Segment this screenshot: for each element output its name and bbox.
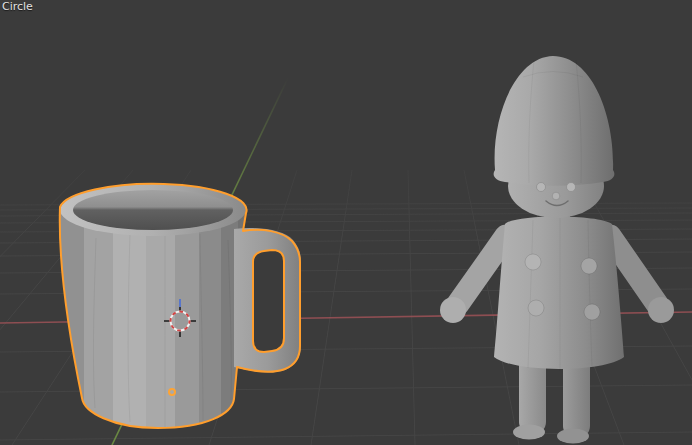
figurine-torso[interactable] <box>494 217 624 370</box>
figurine-left-foot <box>513 425 545 440</box>
figurine-left-eye <box>537 183 546 192</box>
mug-handle-hole <box>253 250 284 352</box>
figurine-nose <box>552 192 560 200</box>
viewport-overlay-label: Circle <box>2 1 33 13</box>
figurine-right-eye <box>567 183 576 192</box>
figurine-left-hand <box>440 297 466 323</box>
figurine-button-3 <box>528 300 544 316</box>
figurine-right-foot <box>557 429 589 444</box>
figurine-button-4 <box>584 304 600 320</box>
mug-opening <box>73 190 233 230</box>
figurine-button-2 <box>581 258 597 274</box>
viewport-scene[interactable] <box>0 0 692 445</box>
figurine-right-hand <box>648 297 674 323</box>
figurine-button-1 <box>525 254 541 270</box>
blender-3d-viewport[interactable]: Circle <box>0 0 692 445</box>
